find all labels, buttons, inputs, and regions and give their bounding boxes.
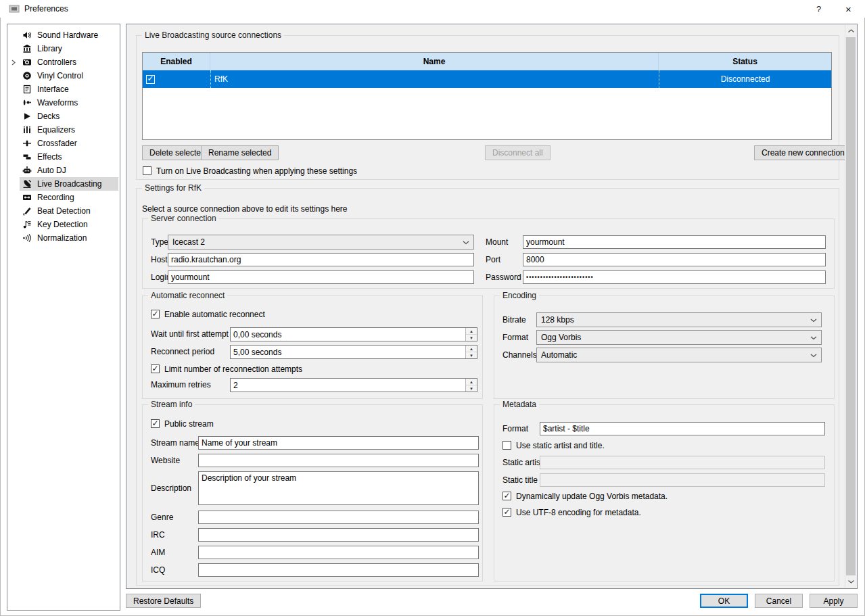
checkbox-box[interactable] xyxy=(143,166,151,175)
type-select[interactable]: Icecast 2 xyxy=(168,235,474,250)
live-broadcasting-page: Live Broadcasting source connections Ena… xyxy=(126,24,858,589)
key-icon xyxy=(22,220,32,229)
spin-down-icon[interactable]: ▼ xyxy=(466,385,477,392)
sidebar-item-interface[interactable]: Interface xyxy=(7,82,120,96)
metadata-format-input[interactable] xyxy=(540,422,825,435)
apply-button[interactable]: Apply xyxy=(810,594,858,608)
sidebar-item-normalization[interactable]: Normalization xyxy=(7,231,120,245)
spin-up-icon[interactable]: ▲ xyxy=(466,379,477,385)
waveform-icon xyxy=(22,98,32,108)
spin-up-icon[interactable]: ▲ xyxy=(466,346,477,352)
checkbox-box[interactable] xyxy=(151,364,160,373)
turn-on-broadcasting-checkbox[interactable]: Turn on Live Broadcasting when applying … xyxy=(143,166,357,176)
reconnect-period-label: Reconnect period xyxy=(151,345,214,358)
limit-reconnection-attempts-checkbox[interactable]: Limit number of reconnection attempts xyxy=(151,364,302,374)
checkbox-box[interactable] xyxy=(151,310,160,318)
vinyl-icon xyxy=(22,71,32,80)
sidebar-item-controllers[interactable]: Controllers xyxy=(7,55,120,69)
rename-selected-button[interactable]: Rename selected xyxy=(201,145,279,160)
cancel-button[interactable]: Cancel xyxy=(755,594,803,608)
scroll-down-icon[interactable] xyxy=(845,576,856,588)
wait-first-attempt-spinbox[interactable]: 0,00 seconds ▲▼ xyxy=(230,327,477,341)
close-button[interactable]: × xyxy=(833,0,864,18)
maximum-retries-spinbox[interactable]: 2 ▲▼ xyxy=(230,378,477,392)
reconnect-period-spinbox[interactable]: 5,00 seconds ▲▼ xyxy=(230,345,477,359)
sidebar-item-waveforms[interactable]: Waveforms xyxy=(7,96,120,110)
settings-hint: Select a source connection above to edit… xyxy=(142,204,348,214)
login-input[interactable] xyxy=(168,270,474,284)
title-bar: Preferences ? × xyxy=(0,0,865,18)
play-icon xyxy=(22,112,32,121)
library-icon xyxy=(22,44,32,53)
sidebar-item-recording[interactable]: Recording xyxy=(7,191,120,204)
mount-label: Mount xyxy=(486,235,508,249)
scrollbar-thumb[interactable] xyxy=(846,37,856,575)
sidebar-item-key-detection[interactable]: Key Detection xyxy=(7,218,120,231)
public-stream-checkbox[interactable]: Public stream xyxy=(151,419,214,429)
irc-input[interactable] xyxy=(198,528,479,542)
genre-input[interactable] xyxy=(198,511,479,524)
create-new-connection-button[interactable]: Create new connection xyxy=(754,145,852,160)
controller-icon xyxy=(22,57,32,67)
checkbox-label: Public stream xyxy=(164,419,214,429)
sidebar-item-equalizers[interactable]: Equalizers xyxy=(7,123,120,137)
sidebar-item-auto-dj[interactable]: Auto DJ xyxy=(7,164,120,177)
checkbox-box[interactable] xyxy=(502,441,511,450)
stream-name-input[interactable] xyxy=(198,436,479,450)
broadcast-icon xyxy=(22,179,32,189)
checkbox-box[interactable] xyxy=(151,419,160,428)
password-input[interactable] xyxy=(523,270,826,284)
bitrate-select[interactable]: 128 kbps xyxy=(536,312,822,327)
sidebar-item-decks[interactable]: Decks xyxy=(7,110,120,123)
expand-chevron-icon[interactable] xyxy=(7,60,20,66)
column-header-enabled[interactable]: Enabled xyxy=(143,53,210,70)
icq-input[interactable] xyxy=(198,563,479,577)
use-static-artist-title-checkbox[interactable]: Use static artist and title. xyxy=(502,440,605,450)
sidebar-item-effects[interactable]: Effects xyxy=(7,150,120,164)
mount-input[interactable] xyxy=(523,235,826,249)
settings-group: Settings for RfK Select a source connect… xyxy=(136,188,839,586)
automatic-reconnect-group: Automatic reconnect Enable automatic rec… xyxy=(142,295,483,399)
sidebar-item-library[interactable]: Library xyxy=(7,42,120,55)
channels-select[interactable]: Automatic xyxy=(536,348,822,362)
help-button[interactable]: ? xyxy=(803,0,834,18)
column-header-status[interactable]: Status xyxy=(659,53,831,70)
vertical-scrollbar[interactable] xyxy=(845,25,856,588)
ok-button[interactable]: OK xyxy=(700,594,748,608)
port-input[interactable] xyxy=(523,253,826,266)
sidebar-item-vinyl-control[interactable]: Vinyl Control xyxy=(7,69,120,82)
spin-down-icon[interactable]: ▼ xyxy=(466,352,477,358)
aim-input[interactable] xyxy=(198,546,479,559)
dynamic-update-metadata-checkbox[interactable]: Dynamically update Ogg Vorbis metadata. xyxy=(502,491,668,501)
checkbox-box[interactable] xyxy=(502,492,511,500)
spin-down-icon[interactable]: ▼ xyxy=(466,335,477,341)
sidebar-item-live-broadcasting[interactable]: Live Broadcasting xyxy=(7,177,120,191)
website-input[interactable] xyxy=(198,454,479,467)
sidebar-item-crossfader[interactable]: Crossfader xyxy=(7,137,120,150)
interface-icon xyxy=(22,85,32,94)
enable-automatic-reconnect-checkbox[interactable]: Enable automatic reconnect xyxy=(151,309,265,319)
description-textarea[interactable]: Description of your stream xyxy=(198,471,479,505)
format-select[interactable]: Ogg Vorbis xyxy=(536,330,822,345)
restore-defaults-button[interactable]: Restore Defaults xyxy=(126,594,201,608)
source-connections-group: Live Broadcasting source connections Ena… xyxy=(136,35,839,180)
scroll-up-icon[interactable] xyxy=(845,25,856,37)
wait-first-attempt-label: Wait until first attempt xyxy=(151,327,229,341)
channels-label: Channels xyxy=(502,348,537,362)
connections-table[interactable]: Enabled Name Status RfK Disconnected xyxy=(142,52,832,140)
spin-up-icon[interactable]: ▲ xyxy=(466,328,477,335)
host-label: Host xyxy=(151,253,168,266)
utf8-encoding-checkbox[interactable]: Use UTF-8 encoding for metadata. xyxy=(502,507,641,517)
row-name-cell[interactable]: RfK xyxy=(210,70,659,88)
server-connection-group-label: Server connection xyxy=(148,214,219,223)
sidebar-item-sound-hardware[interactable]: Sound Hardware xyxy=(7,28,120,42)
table-row[interactable]: RfK Disconnected xyxy=(143,70,831,88)
static-title-label: Static title xyxy=(502,473,538,487)
row-enabled-checkbox[interactable] xyxy=(146,75,155,84)
checkbox-box[interactable] xyxy=(502,508,511,517)
sidebar-item-beat-detection[interactable]: Beat Detection xyxy=(7,204,120,218)
checkbox-label: Limit number of reconnection attempts xyxy=(164,364,302,374)
column-header-name[interactable]: Name xyxy=(210,53,659,70)
host-input[interactable] xyxy=(168,253,474,266)
description-label: Description xyxy=(151,481,191,495)
